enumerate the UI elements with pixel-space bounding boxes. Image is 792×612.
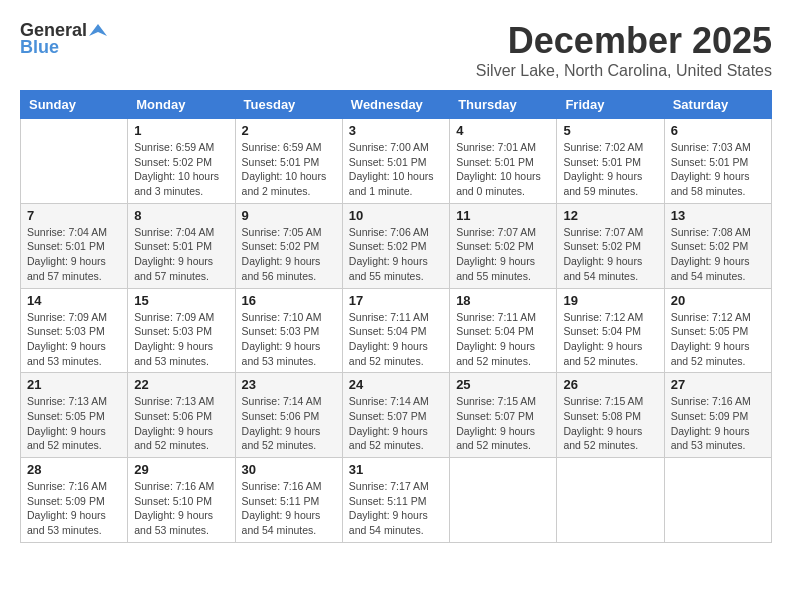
logo-bird-icon [89,22,107,40]
day-number: 19 [563,293,657,308]
day-number: 17 [349,293,443,308]
calendar-cell: 6Sunrise: 7:03 AM Sunset: 5:01 PM Daylig… [664,119,771,204]
calendar-cell: 3Sunrise: 7:00 AM Sunset: 5:01 PM Daylig… [342,119,449,204]
calendar-week-row: 21Sunrise: 7:13 AM Sunset: 5:05 PM Dayli… [21,373,772,458]
day-number: 21 [27,377,121,392]
calendar-cell: 16Sunrise: 7:10 AM Sunset: 5:03 PM Dayli… [235,288,342,373]
calendar-cell [21,119,128,204]
calendar-week-row: 28Sunrise: 7:16 AM Sunset: 5:09 PM Dayli… [21,458,772,543]
calendar-cell [557,458,664,543]
calendar-cell: 2Sunrise: 6:59 AM Sunset: 5:01 PM Daylig… [235,119,342,204]
day-info: Sunrise: 7:07 AM Sunset: 5:02 PM Dayligh… [456,225,550,284]
day-number: 24 [349,377,443,392]
day-info: Sunrise: 7:08 AM Sunset: 5:02 PM Dayligh… [671,225,765,284]
day-number: 14 [27,293,121,308]
calendar-week-row: 14Sunrise: 7:09 AM Sunset: 5:03 PM Dayli… [21,288,772,373]
day-number: 11 [456,208,550,223]
calendar-cell: 31Sunrise: 7:17 AM Sunset: 5:11 PM Dayli… [342,458,449,543]
day-number: 8 [134,208,228,223]
calendar-cell: 17Sunrise: 7:11 AM Sunset: 5:04 PM Dayli… [342,288,449,373]
day-number: 1 [134,123,228,138]
calendar-cell: 28Sunrise: 7:16 AM Sunset: 5:09 PM Dayli… [21,458,128,543]
day-number: 5 [563,123,657,138]
location-title: Silver Lake, North Carolina, United Stat… [476,62,772,80]
day-number: 27 [671,377,765,392]
calendar-cell: 1Sunrise: 6:59 AM Sunset: 5:02 PM Daylig… [128,119,235,204]
day-info: Sunrise: 7:16 AM Sunset: 5:09 PM Dayligh… [27,479,121,538]
calendar-cell [664,458,771,543]
day-number: 6 [671,123,765,138]
day-info: Sunrise: 7:05 AM Sunset: 5:02 PM Dayligh… [242,225,336,284]
day-info: Sunrise: 7:04 AM Sunset: 5:01 PM Dayligh… [27,225,121,284]
weekday-header: Monday [128,91,235,119]
day-info: Sunrise: 7:02 AM Sunset: 5:01 PM Dayligh… [563,140,657,199]
day-number: 15 [134,293,228,308]
day-number: 10 [349,208,443,223]
day-info: Sunrise: 7:11 AM Sunset: 5:04 PM Dayligh… [456,310,550,369]
day-info: Sunrise: 7:12 AM Sunset: 5:05 PM Dayligh… [671,310,765,369]
day-number: 7 [27,208,121,223]
weekday-header: Friday [557,91,664,119]
weekday-header: Saturday [664,91,771,119]
day-info: Sunrise: 6:59 AM Sunset: 5:02 PM Dayligh… [134,140,228,199]
svg-marker-0 [89,24,107,36]
calendar-cell: 26Sunrise: 7:15 AM Sunset: 5:08 PM Dayli… [557,373,664,458]
day-info: Sunrise: 7:04 AM Sunset: 5:01 PM Dayligh… [134,225,228,284]
calendar-cell [450,458,557,543]
day-info: Sunrise: 7:12 AM Sunset: 5:04 PM Dayligh… [563,310,657,369]
calendar-cell: 8Sunrise: 7:04 AM Sunset: 5:01 PM Daylig… [128,203,235,288]
calendar-week-row: 7Sunrise: 7:04 AM Sunset: 5:01 PM Daylig… [21,203,772,288]
calendar-cell: 5Sunrise: 7:02 AM Sunset: 5:01 PM Daylig… [557,119,664,204]
day-info: Sunrise: 7:09 AM Sunset: 5:03 PM Dayligh… [27,310,121,369]
calendar-cell: 24Sunrise: 7:14 AM Sunset: 5:07 PM Dayli… [342,373,449,458]
calendar-cell: 14Sunrise: 7:09 AM Sunset: 5:03 PM Dayli… [21,288,128,373]
day-info: Sunrise: 7:17 AM Sunset: 5:11 PM Dayligh… [349,479,443,538]
month-title: December 2025 [476,20,772,62]
calendar-cell: 10Sunrise: 7:06 AM Sunset: 5:02 PM Dayli… [342,203,449,288]
weekday-header: Tuesday [235,91,342,119]
calendar-cell: 15Sunrise: 7:09 AM Sunset: 5:03 PM Dayli… [128,288,235,373]
day-info: Sunrise: 7:16 AM Sunset: 5:10 PM Dayligh… [134,479,228,538]
day-info: Sunrise: 7:00 AM Sunset: 5:01 PM Dayligh… [349,140,443,199]
weekday-header: Sunday [21,91,128,119]
day-info: Sunrise: 7:16 AM Sunset: 5:11 PM Dayligh… [242,479,336,538]
day-info: Sunrise: 7:06 AM Sunset: 5:02 PM Dayligh… [349,225,443,284]
day-info: Sunrise: 7:07 AM Sunset: 5:02 PM Dayligh… [563,225,657,284]
day-info: Sunrise: 7:01 AM Sunset: 5:01 PM Dayligh… [456,140,550,199]
page-header: General Blue December 2025 Silver Lake, … [20,20,772,80]
day-info: Sunrise: 7:14 AM Sunset: 5:06 PM Dayligh… [242,394,336,453]
day-info: Sunrise: 7:16 AM Sunset: 5:09 PM Dayligh… [671,394,765,453]
day-number: 4 [456,123,550,138]
weekday-header: Wednesday [342,91,449,119]
calendar-title-section: December 2025 Silver Lake, North Carolin… [476,20,772,80]
day-number: 20 [671,293,765,308]
day-number: 31 [349,462,443,477]
day-number: 26 [563,377,657,392]
day-number: 12 [563,208,657,223]
day-number: 23 [242,377,336,392]
day-number: 29 [134,462,228,477]
day-info: Sunrise: 7:15 AM Sunset: 5:08 PM Dayligh… [563,394,657,453]
day-info: Sunrise: 7:13 AM Sunset: 5:05 PM Dayligh… [27,394,121,453]
calendar-header-row: SundayMondayTuesdayWednesdayThursdayFrid… [21,91,772,119]
day-info: Sunrise: 6:59 AM Sunset: 5:01 PM Dayligh… [242,140,336,199]
day-number: 16 [242,293,336,308]
weekday-header: Thursday [450,91,557,119]
day-number: 25 [456,377,550,392]
calendar-cell: 22Sunrise: 7:13 AM Sunset: 5:06 PM Dayli… [128,373,235,458]
day-number: 22 [134,377,228,392]
day-info: Sunrise: 7:15 AM Sunset: 5:07 PM Dayligh… [456,394,550,453]
day-number: 9 [242,208,336,223]
day-info: Sunrise: 7:11 AM Sunset: 5:04 PM Dayligh… [349,310,443,369]
day-info: Sunrise: 7:13 AM Sunset: 5:06 PM Dayligh… [134,394,228,453]
logo: General Blue [20,20,107,58]
day-number: 18 [456,293,550,308]
calendar-cell: 13Sunrise: 7:08 AM Sunset: 5:02 PM Dayli… [664,203,771,288]
calendar-table: SundayMondayTuesdayWednesdayThursdayFrid… [20,90,772,543]
day-info: Sunrise: 7:10 AM Sunset: 5:03 PM Dayligh… [242,310,336,369]
logo-blue-text: Blue [20,37,59,58]
calendar-cell: 18Sunrise: 7:11 AM Sunset: 5:04 PM Dayli… [450,288,557,373]
day-number: 13 [671,208,765,223]
calendar-cell: 29Sunrise: 7:16 AM Sunset: 5:10 PM Dayli… [128,458,235,543]
calendar-cell: 9Sunrise: 7:05 AM Sunset: 5:02 PM Daylig… [235,203,342,288]
